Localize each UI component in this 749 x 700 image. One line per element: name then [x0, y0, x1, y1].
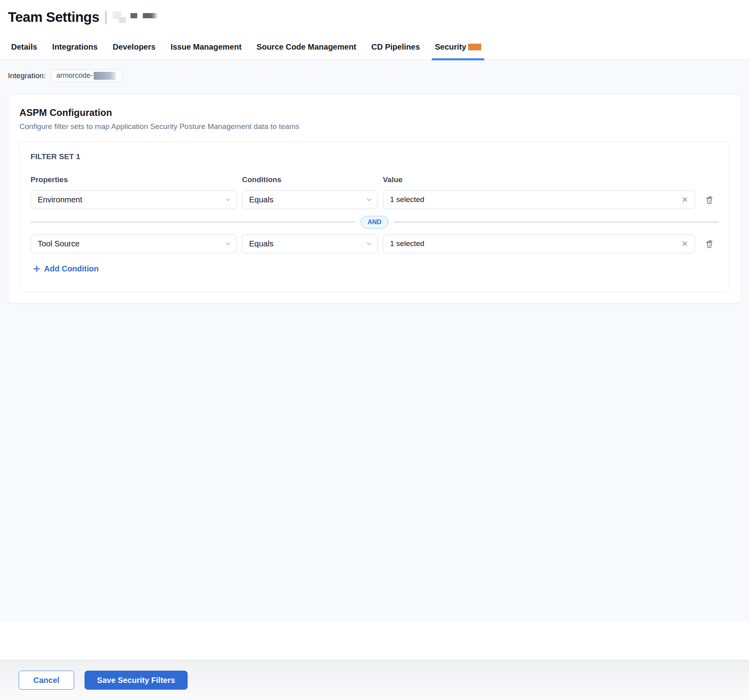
integration-value: armorcode- — [56, 71, 93, 80]
integration-row: Integration: armorcode- — [8, 69, 741, 82]
title-separator — [106, 11, 106, 24]
redacted-text-block — [94, 72, 116, 80]
value-multiselect[interactable]: 1 selected — [383, 190, 695, 209]
and-connector-pill[interactable]: AND — [361, 216, 389, 229]
integration-chip[interactable]: armorcode- — [51, 69, 123, 82]
aspm-title: ASPM Configuration — [19, 107, 730, 118]
trash-icon — [704, 194, 714, 205]
page-title: Team Settings — [8, 10, 99, 25]
cancel-button[interactable]: Cancel — [19, 671, 74, 690]
property-select[interactable]: Tool Source — [31, 235, 237, 253]
divider-line — [31, 222, 355, 223]
column-header-properties: Properties — [31, 175, 237, 184]
delete-condition-button[interactable] — [700, 236, 718, 252]
redacted-badge — [468, 44, 481, 50]
filter-row: Tool Source Equals 1 selected — [31, 235, 718, 253]
chevron-down-icon — [366, 240, 372, 247]
delete-condition-button[interactable] — [700, 192, 718, 208]
plus-icon — [33, 265, 40, 273]
clear-value-icon[interactable] — [680, 195, 689, 204]
value-multiselect[interactable]: 1 selected — [383, 235, 695, 253]
filter-set-title: FILTER SET 1 — [31, 152, 718, 161]
tab-security[interactable]: Security — [435, 42, 481, 60]
clear-value-icon[interactable] — [680, 239, 689, 248]
aspm-configuration-card: ASPM Configuration Configure filter sets… — [8, 94, 741, 304]
condition-select[interactable]: Equals — [242, 190, 378, 209]
redacted-text-block — [131, 13, 137, 18]
condition-select[interactable]: Equals — [242, 235, 378, 253]
tab-cd-pipelines[interactable]: CD Pipelines — [371, 42, 420, 60]
redacted-text-block — [143, 13, 157, 18]
add-condition-button[interactable]: Add Condition — [31, 264, 99, 273]
filter-column-headers: Properties Conditions Value — [31, 175, 718, 184]
tab-details[interactable]: Details — [11, 42, 37, 60]
chevron-down-icon — [366, 196, 372, 203]
tab-source-code-management[interactable]: Source Code Management — [257, 42, 356, 60]
divider-line — [394, 222, 718, 223]
tab-developers[interactable]: Developers — [113, 42, 156, 60]
redacted-text-block — [119, 17, 126, 23]
save-security-filters-button[interactable]: Save Security Filters — [85, 671, 188, 690]
title-row: Team Settings — [8, 10, 741, 25]
property-select[interactable]: Environment — [31, 190, 237, 209]
column-header-conditions: Conditions — [242, 175, 378, 184]
column-header-value: Value — [383, 175, 695, 184]
tab-integrations[interactable]: Integrations — [52, 42, 98, 60]
chevron-down-icon — [225, 196, 231, 203]
filter-row: Environment Equals 1 selected — [31, 190, 718, 209]
tab-bar: Details Integrations Developers Issue Ma… — [0, 25, 749, 60]
tab-issue-management[interactable]: Issue Management — [171, 42, 242, 60]
footer-action-bar: Cancel Save Security Filters — [0, 660, 749, 700]
integration-label: Integration: — [8, 71, 46, 80]
filter-set-1: FILTER SET 1 Properties Conditions Value… — [19, 141, 730, 292]
and-connector-row: AND — [31, 216, 718, 229]
trash-icon — [704, 238, 714, 249]
content-spacer — [0, 621, 749, 660]
page-header: Team Settings — [0, 0, 749, 25]
chevron-down-icon — [225, 240, 231, 247]
aspm-subtitle: Configure filter sets to map Application… — [19, 122, 730, 131]
main-content: Integration: armorcode- ASPM Configurati… — [0, 60, 749, 621]
